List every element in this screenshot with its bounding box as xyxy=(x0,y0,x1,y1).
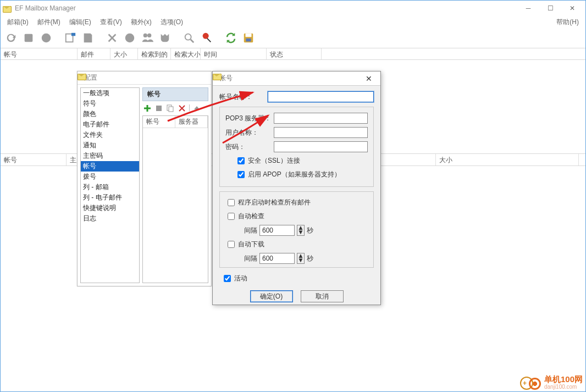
config-buttons: | xyxy=(142,101,208,115)
menu-help[interactable]: 帮助(H) xyxy=(552,16,583,28)
config-list-item[interactable]: 帐号 xyxy=(81,161,139,172)
column-header[interactable]: 状态 xyxy=(267,48,322,59)
add-icon[interactable] xyxy=(142,103,152,113)
menu-edit[interactable]: 编辑(E) xyxy=(65,16,96,28)
svg-point-1 xyxy=(42,34,51,43)
account-dialog: 帐号 ✕ 帐号名称： POP3 服务器： 用户名称： 密码： 安全（SSL）连接 xyxy=(212,71,381,305)
config-th-server[interactable]: 服务器 xyxy=(175,116,208,128)
app-title: EF Mailbox Manager xyxy=(15,4,76,12)
active-checkbox[interactable] xyxy=(224,275,231,282)
maximize-button[interactable]: ☐ xyxy=(539,1,561,16)
app-icon xyxy=(3,4,12,13)
delete-icon[interactable] xyxy=(105,31,119,45)
edit-icon[interactable] xyxy=(154,103,164,113)
search-icon[interactable] xyxy=(182,31,196,45)
label-interval1: 间隔 xyxy=(244,226,257,235)
download-interval-spinner[interactable]: ▲▼ xyxy=(297,253,305,264)
label-startup: 程序启动时检查所有邮件 xyxy=(238,198,311,207)
column-header[interactable]: 大小 xyxy=(436,154,579,165)
label-apop: 启用 APOP（如果服务器支持） xyxy=(248,170,341,179)
users-icon[interactable] xyxy=(140,31,154,45)
new-mail-icon[interactable] xyxy=(63,31,78,45)
label-account-name: 帐号名称： xyxy=(219,92,268,102)
svg-point-5 xyxy=(185,34,191,40)
label-interval2: 间隔 xyxy=(244,254,257,263)
column-header[interactable]: 邮件 xyxy=(78,48,110,59)
label-ssl: 安全（SSL）连接 xyxy=(248,156,300,165)
note-icon[interactable] xyxy=(81,31,95,45)
username-input[interactable] xyxy=(274,127,368,138)
circle2-icon[interactable] xyxy=(123,31,137,45)
menu-extra[interactable]: 额外(x) xyxy=(126,16,156,28)
config-account-table[interactable]: 帐号 服务器 xyxy=(142,115,208,283)
account-titlebar[interactable]: 帐号 ✕ xyxy=(213,71,380,86)
account-close-button[interactable]: ✕ xyxy=(361,74,377,83)
config-list-item[interactable]: 符号 xyxy=(81,98,139,109)
svg-rect-0 xyxy=(25,34,33,42)
config-list-item[interactable]: 快捷键说明 xyxy=(81,203,139,213)
config-list-item[interactable]: 颜色 xyxy=(81,109,139,119)
column-header[interactable]: 检索到的 xyxy=(138,48,171,59)
menu-options[interactable]: 选项(O) xyxy=(156,16,187,28)
config-category-list[interactable]: 一般选项符号颜色电子邮件文件夹通知主密码帐号拨号列 - 邮箱列 - 电子邮件快捷… xyxy=(80,87,140,283)
svg-line-8 xyxy=(207,38,211,42)
remove-icon[interactable] xyxy=(177,103,187,113)
up-icon[interactable] xyxy=(192,103,202,113)
check-group: 程序启动时检查所有邮件 自动检查 间隔 ▲▼ 秒 自动下载 间隔 ▲▼ 秒 xyxy=(219,191,374,268)
config-list-item[interactable]: 通知 xyxy=(81,140,139,151)
copy-icon[interactable] xyxy=(165,103,175,113)
config-list-item[interactable]: 一般选项 xyxy=(81,88,139,98)
cat-icon[interactable] xyxy=(158,31,172,45)
menu-mail[interactable]: 邮件(M) xyxy=(33,16,65,28)
startup-check-checkbox[interactable] xyxy=(228,199,235,206)
menu-mailbox[interactable]: 邮箱(b) xyxy=(3,16,33,28)
main-titlebar: EF Mailbox Manager ─ ☐ ✕ xyxy=(1,1,585,16)
config-list-item[interactable]: 文件夹 xyxy=(81,130,139,140)
check-interval-input[interactable] xyxy=(259,225,295,236)
minimize-button[interactable]: ─ xyxy=(517,1,539,16)
config-list-item[interactable]: 主密码 xyxy=(81,151,139,161)
pop3-server-input[interactable] xyxy=(274,113,368,124)
toolbar xyxy=(1,28,585,48)
pin-icon[interactable] xyxy=(200,31,214,45)
config-list-item[interactable]: 拨号 xyxy=(81,172,139,182)
svg-point-4 xyxy=(125,34,135,43)
label-seconds2: 秒 xyxy=(307,254,313,263)
config-list-item[interactable]: 列 - 邮箱 xyxy=(81,182,139,192)
config-list-item[interactable]: 列 - 电子邮件 xyxy=(81,192,139,203)
password-input[interactable] xyxy=(274,141,368,152)
cancel-button[interactable]: 取消 xyxy=(301,290,344,302)
sync-icon[interactable] xyxy=(224,31,238,45)
ssl-checkbox[interactable] xyxy=(237,157,245,164)
svg-rect-14 xyxy=(169,107,173,112)
svg-rect-12 xyxy=(156,106,162,111)
label-active: 活动 xyxy=(234,274,247,283)
column-header[interactable]: 时间 xyxy=(201,48,267,59)
refresh-icon[interactable] xyxy=(4,31,18,45)
server-group: POP3 服务器： 用户名称： 密码： 安全（SSL）连接 启用 APOP（如果… xyxy=(219,107,374,187)
column-header[interactable]: 帐号 xyxy=(1,154,67,165)
stop-icon[interactable] xyxy=(21,31,36,45)
config-list-item[interactable]: 日志 xyxy=(81,213,139,224)
column-header[interactable]: 帐号 xyxy=(1,48,78,59)
download-interval-input[interactable] xyxy=(259,253,295,264)
autocheck-checkbox[interactable] xyxy=(228,213,235,220)
save-icon[interactable] xyxy=(241,31,256,45)
circle-icon[interactable] xyxy=(39,31,53,45)
config-list-item[interactable]: 电子邮件 xyxy=(81,119,139,130)
column-header[interactable]: 大小 xyxy=(110,48,138,59)
close-button[interactable]: ✕ xyxy=(561,1,583,16)
menubar: 邮箱(b) 邮件(M) 编辑(E) 查看(V) 额外(x) 选项(O) 帮助(H… xyxy=(1,16,585,28)
label-seconds1: 秒 xyxy=(307,226,313,235)
ok-button[interactable]: 确定(O) xyxy=(250,290,293,302)
autodownload-checkbox[interactable] xyxy=(228,241,235,248)
upper-columns: 帐号邮件大小检索到的检索大小时间状态 xyxy=(1,48,585,60)
config-th-account[interactable]: 帐号 xyxy=(143,116,175,128)
check-interval-spinner[interactable]: ▲▼ xyxy=(297,225,305,236)
config-titlebar[interactable]: 配置 xyxy=(78,71,211,85)
column-header[interactable]: 检索大小 xyxy=(171,48,201,59)
menu-view[interactable]: 查看(V) xyxy=(96,16,126,28)
account-name-input[interactable] xyxy=(268,91,374,102)
label-pop3: POP3 服务器： xyxy=(225,114,274,123)
apop-checkbox[interactable] xyxy=(237,171,245,178)
